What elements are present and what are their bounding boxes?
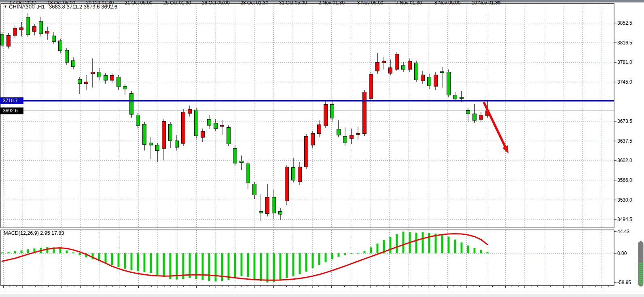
macd-axis-label: 44.43	[617, 228, 629, 235]
price-axis-label: 3566.0	[617, 177, 632, 183]
macd-signal-line	[2, 234, 487, 280]
time-axis-label: 21 Oct 05:00	[119, 0, 158, 6]
price-axis-label: 3673.5	[617, 118, 632, 124]
time-axis-label: 26 Oct 05:00	[196, 0, 235, 6]
price-axis-label: 3602.0	[617, 157, 632, 164]
scrollbar-thumb[interactable]	[638, 241, 644, 286]
bottom-strip	[0, 294, 644, 297]
price-axis-label: 3816.5	[617, 40, 632, 46]
macd-axis-label: -58.95	[617, 279, 631, 286]
macd-indicator-label: MACD(12,26,9) 2.95 17.83	[4, 230, 64, 236]
time-axis-label: 25 Oct 01:30	[158, 0, 197, 6]
hline-price-badge: 3710.7	[0, 97, 23, 104]
time-axis-label: 7 Nov 01:30	[390, 0, 428, 6]
macd-axis-label: 0.00	[617, 250, 627, 257]
time-axis-label: 28 Oct 01:30	[235, 0, 274, 6]
price-axis-label: 3852.5	[617, 20, 632, 26]
price-axis-label: 3494.5	[617, 216, 632, 223]
macd-histogram-layer	[1, 232, 489, 282]
price-axis-label: 3530.0	[617, 197, 632, 203]
price-axis-label: 3781.0	[617, 59, 632, 65]
red-arrow-annotation	[484, 102, 508, 154]
time-axis-label: 2 Nov 01:30	[312, 0, 351, 6]
time-axis-label: 17 Oct 2022	[3, 0, 42, 6]
mt4-chart-window: { "window": { "dropdown_icon": "▼", "sym…	[0, 0, 644, 297]
candles-layer	[0, 13, 489, 221]
time-axis-label: 3 Nov 05:00	[351, 0, 390, 6]
last-price-badge: 3692.6	[0, 107, 23, 114]
time-axis-label: 31 Oct 05:00	[273, 0, 312, 6]
price-axis-label: 3637.5	[617, 138, 632, 144]
chart-canvas[interactable]	[0, 0, 644, 297]
price-axis-label: 3745.0	[617, 79, 632, 85]
time-axis-label: 18 Oct 05:00	[42, 0, 80, 6]
time-axis-label: 20 Oct 01:30	[80, 0, 119, 6]
time-axis-label: 10 Nov 01:30	[467, 0, 506, 6]
time-axis-label: 8 Nov 05:00	[428, 0, 467, 6]
